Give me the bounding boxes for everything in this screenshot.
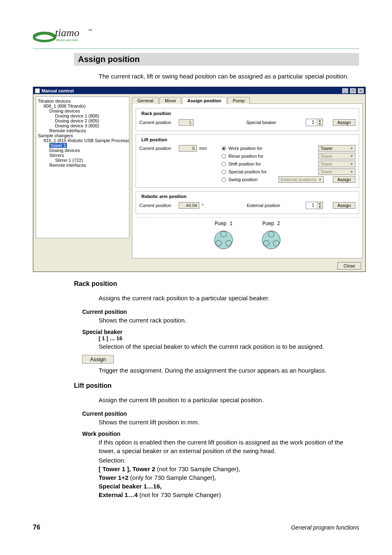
- tree-node[interactable]: 815_1 (815 Robotic USB Sample Processor …: [44, 138, 127, 143]
- work-position-radio[interactable]: [221, 146, 226, 151]
- swing-position-radio[interactable]: [221, 177, 226, 182]
- special-beaker-value: 1: [306, 119, 317, 126]
- manual-control-window: Manual control _ □ × Titration devices 8…: [33, 87, 366, 272]
- rack-current-position-value: 1: [179, 119, 194, 126]
- lift-position-group: Lift position Current position 0 mm: [136, 134, 359, 188]
- tree-node[interactable]: Remote interfaces: [49, 128, 127, 133]
- tab-bar: General Move Assign position Pump: [132, 97, 363, 104]
- special-beaker-param: Special beaker: [82, 329, 359, 335]
- special-beaker-spinner[interactable]: 1 ▲▼: [306, 119, 323, 126]
- lift-curpos-param: Current position: [82, 410, 359, 417]
- rinse-position-radio[interactable]: [221, 154, 226, 159]
- tab-general[interactable]: General: [132, 97, 159, 104]
- spin-down-icon[interactable]: ▼: [317, 122, 323, 126]
- tab-pump[interactable]: Pump: [228, 97, 250, 104]
- pump2-icon: [260, 228, 283, 251]
- window-maximize-button[interactable]: □: [350, 88, 356, 93]
- arm-current-position-label: Current position: [139, 203, 176, 208]
- tree-node[interactable]: Dosing devices: [49, 108, 127, 113]
- tiamo-logo-svg: tiamo ™ titration and more: [33, 25, 99, 43]
- special-position-dropdown[interactable]: Tower▼: [318, 168, 355, 175]
- work-position-label: Work position for: [228, 146, 274, 151]
- selection-label: Selection:: [99, 456, 351, 465]
- tree-node[interactable]: Dosing device 2 (805): [55, 118, 127, 123]
- device-tree[interactable]: Titration devices 808_1 (808 Titrando) D…: [36, 97, 129, 238]
- tree-node[interactable]: Stirrers: [49, 153, 127, 158]
- pump-diagram: Pump 1 Pump 2: [136, 217, 359, 255]
- rack-assign-button[interactable]: Assign: [333, 119, 355, 126]
- svg-text:™: ™: [88, 28, 92, 33]
- svg-point-8: [268, 231, 274, 237]
- tree-node[interactable]: Titration devices: [38, 99, 127, 104]
- tree-node[interactable]: Dosing devices: [49, 148, 127, 153]
- assign-button-illustration: Assign: [82, 355, 114, 364]
- tree-node[interactable]: Stirrer 1 (722): [55, 158, 127, 163]
- assign-desc: Trigger the assignment. During the assig…: [99, 366, 351, 375]
- work-position-dropdown[interactable]: Tower▼: [318, 145, 355, 152]
- selection-line2: Tower 1+2 (only for 730 Sample Changer),: [99, 473, 351, 482]
- shift-position-radio[interactable]: [221, 162, 226, 166]
- special-beaker-label: Special beaker: [246, 120, 276, 125]
- external-position-spinner[interactable]: 1 ▲▼: [306, 202, 323, 209]
- lift-legend: Lift position: [140, 137, 168, 142]
- special-position-label: Special position for: [228, 169, 274, 174]
- rack-legend: Rack position: [140, 111, 172, 116]
- page-number: 76: [33, 524, 40, 531]
- arm-unit: °: [202, 203, 203, 208]
- tree-node[interactable]: 808_1 (808 Titrando): [44, 104, 127, 108]
- robotic-arm-group: Robotic arm position Current position 44…: [136, 191, 359, 214]
- selection-line1: [ Tower 1 ], Tower 2 (not for 730 Sample…: [99, 465, 351, 473]
- special-beaker-range: [ 1 ] … 16: [99, 335, 359, 341]
- close-button[interactable]: Close: [337, 262, 361, 269]
- brand-logo: tiamo ™ titration and more: [33, 25, 359, 44]
- rack-position-intro: Assigns the current rack position to a p…: [99, 294, 351, 302]
- svg-text:titration and more: titration and more: [56, 39, 78, 41]
- rack-position-heading: Rack position: [74, 280, 359, 288]
- rack-curpos-param: Current position: [82, 309, 359, 315]
- pump1-label: Pump 1: [212, 221, 235, 227]
- header-rule: [33, 48, 359, 49]
- arm-current-position-value: 44.94: [179, 202, 199, 209]
- swing-position-label: Swing position: [228, 177, 274, 182]
- tree-node[interactable]: Dosing device 3 (800): [55, 123, 127, 128]
- lift-position-heading: Lift position: [74, 382, 359, 389]
- swing-position-dropdown[interactable]: External positions▼: [279, 176, 324, 183]
- svg-point-10: [273, 240, 279, 246]
- external-position-value: 1: [306, 202, 317, 209]
- shift-position-dropdown[interactable]: Tower▼: [318, 161, 355, 167]
- rack-position-group: Rack position Current position 1 Special…: [136, 108, 359, 131]
- spin-up-icon[interactable]: ▲: [317, 119, 323, 122]
- special-beaker-desc: Selection of the special beaker to which…: [99, 342, 351, 351]
- chevron-down-icon: ▼: [350, 162, 353, 166]
- spin-down-icon[interactable]: ▼: [317, 205, 323, 209]
- lift-position-intro: Assign the current lift position to a pa…: [99, 396, 351, 404]
- tree-node[interactable]: Sample changers: [38, 133, 127, 138]
- pump2-label: Pump 2: [260, 221, 283, 227]
- tree-node[interactable]: Remote interfaces: [49, 163, 127, 168]
- tree-node[interactable]: Dosing device 1 (808): [55, 113, 127, 118]
- lift-current-position-label: Current position: [139, 146, 176, 151]
- special-position-radio[interactable]: [221, 170, 226, 174]
- chevron-down-icon: ▼: [350, 154, 353, 158]
- window-minimize-button[interactable]: _: [342, 88, 348, 93]
- window-close-button[interactable]: ×: [358, 88, 364, 93]
- lift-assign-button[interactable]: Assign: [333, 176, 355, 183]
- work-position-param: Work position: [82, 431, 359, 437]
- shift-position-label: Shift position for: [228, 161, 274, 166]
- external-position-label: External position: [247, 203, 280, 208]
- tab-assign-position[interactable]: Assign position: [182, 97, 227, 104]
- chevron-down-icon: ▼: [350, 170, 353, 174]
- selection-line3: Special beaker 1…16,: [99, 482, 351, 491]
- selection-line4: External 1…4 (not for 730 Sample Changer…: [99, 491, 351, 499]
- footer-text: General program functions: [291, 524, 359, 531]
- tab-move[interactable]: Move: [159, 97, 181, 104]
- tree-node-selected[interactable]: Tower 1: [49, 143, 127, 148]
- arm-legend: Robotic arm position: [140, 194, 188, 199]
- spin-up-icon[interactable]: ▲: [317, 202, 323, 205]
- rack-current-position-label: Current position: [139, 120, 176, 125]
- arm-assign-button[interactable]: Assign: [333, 202, 355, 209]
- svg-point-9: [263, 240, 269, 246]
- window-titlebar: Manual control _ □ ×: [33, 87, 365, 94]
- chevron-down-icon: ▼: [318, 178, 322, 182]
- rinse-position-dropdown[interactable]: Tower▼: [318, 153, 355, 159]
